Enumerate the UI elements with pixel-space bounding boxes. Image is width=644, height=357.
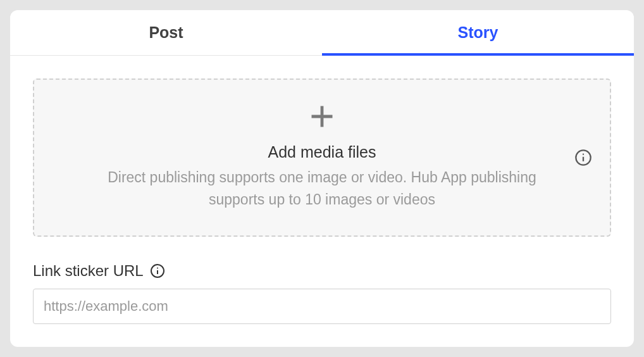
tab-story-label: Story (458, 23, 498, 42)
svg-point-4 (583, 154, 584, 155)
plus-icon (308, 99, 336, 137)
link-sticker-input[interactable] (33, 289, 611, 324)
link-sticker-label: Link sticker URL (33, 262, 144, 280)
tab-post[interactable]: Post (10, 10, 322, 55)
link-sticker-label-row: Link sticker URL (33, 262, 611, 280)
tab-story[interactable]: Story (322, 10, 634, 55)
media-dropzone[interactable]: Add media files Direct publishing suppor… (33, 78, 611, 237)
tabs-bar: Post Story (10, 10, 634, 56)
tab-post-label: Post (149, 23, 183, 42)
dropzone-subtitle: Direct publishing supports one image or … (82, 166, 562, 210)
dropzone-title: Add media files (268, 143, 376, 161)
composer-card: Post Story Add media files Direct publis… (10, 10, 634, 347)
link-sticker-field: Link sticker URL (33, 262, 611, 324)
svg-point-7 (157, 268, 158, 269)
content-area: Add media files Direct publishing suppor… (10, 56, 634, 347)
info-icon[interactable] (574, 149, 592, 166)
dropzone-center: Add media files Direct publishing suppor… (47, 99, 597, 210)
info-icon[interactable] (150, 263, 165, 279)
